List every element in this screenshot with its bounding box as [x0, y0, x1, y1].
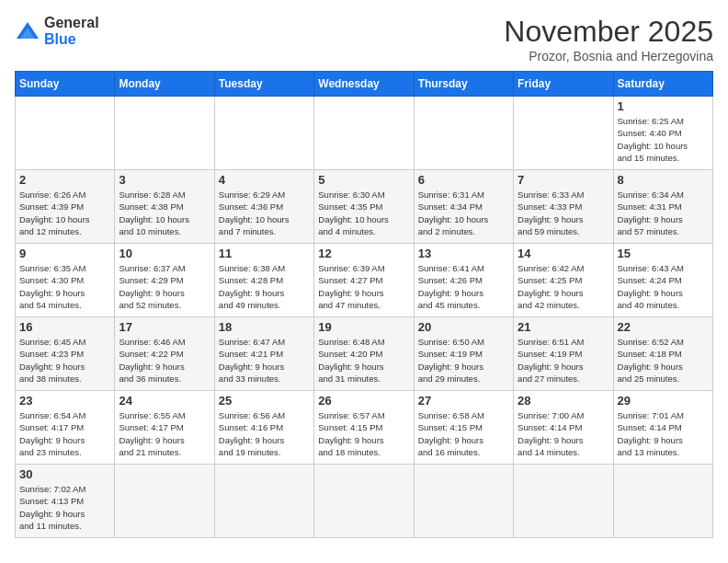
calendar-cell: 26Sunrise: 6:57 AM Sunset: 4:15 PM Dayli…	[314, 391, 414, 465]
day-number: 14	[518, 247, 609, 260]
cell-info: Sunrise: 6:56 AM Sunset: 4:16 PM Dayligh…	[219, 409, 310, 458]
weekday-header-row: SundayMondayTuesdayWednesdayThursdayFrid…	[16, 72, 713, 97]
day-number: 10	[119, 247, 210, 260]
cell-info: Sunrise: 6:39 AM Sunset: 4:27 PM Dayligh…	[318, 262, 409, 311]
calendar-cell	[613, 465, 712, 538]
day-number: 4	[219, 173, 310, 187]
day-number: 25	[219, 394, 310, 408]
day-number: 20	[418, 320, 509, 334]
day-number: 3	[119, 173, 210, 187]
day-number: 18	[219, 320, 310, 334]
cell-info: Sunrise: 6:52 AM Sunset: 4:18 PM Dayligh…	[618, 336, 709, 385]
day-number: 23	[19, 394, 110, 408]
day-number: 30	[19, 467, 110, 481]
calendar-cell	[214, 465, 313, 538]
logo-text: General Blue	[44, 15, 99, 48]
calendar-cell	[115, 465, 214, 538]
calendar-cell	[514, 97, 613, 170]
day-number: 28	[518, 394, 609, 408]
cell-info: Sunrise: 6:51 AM Sunset: 4:19 PM Dayligh…	[518, 336, 609, 385]
weekday-header: Thursday	[414, 72, 513, 97]
cell-info: Sunrise: 6:28 AM Sunset: 4:38 PM Dayligh…	[119, 189, 210, 237]
day-number: 1	[618, 99, 709, 113]
cell-info: Sunrise: 6:57 AM Sunset: 4:15 PM Dayligh…	[318, 409, 409, 458]
calendar-cell: 7Sunrise: 6:33 AM Sunset: 4:33 PM Daylig…	[514, 170, 613, 244]
calendar-cell: 19Sunrise: 6:48 AM Sunset: 4:20 PM Dayli…	[314, 317, 414, 391]
day-number: 2	[19, 173, 110, 187]
calendar-cell: 29Sunrise: 7:01 AM Sunset: 4:14 PM Dayli…	[613, 391, 712, 465]
calendar-cell: 22Sunrise: 6:52 AM Sunset: 4:18 PM Dayli…	[613, 317, 712, 391]
cell-info: Sunrise: 6:37 AM Sunset: 4:29 PM Dayligh…	[119, 262, 210, 311]
calendar-cell: 25Sunrise: 6:56 AM Sunset: 4:16 PM Dayli…	[214, 391, 313, 465]
calendar-week-row: 16Sunrise: 6:45 AM Sunset: 4:23 PM Dayli…	[16, 317, 713, 391]
weekday-header: Tuesday	[214, 72, 313, 97]
calendar-cell	[16, 97, 115, 170]
day-number: 21	[518, 320, 609, 334]
cell-info: Sunrise: 6:48 AM Sunset: 4:20 PM Dayligh…	[318, 336, 409, 385]
calendar-cell	[414, 465, 513, 538]
location-subtitle: Prozor, Bosnia and Herzegovina	[504, 49, 713, 63]
calendar-cell: 15Sunrise: 6:43 AM Sunset: 4:24 PM Dayli…	[613, 244, 712, 317]
cell-info: Sunrise: 6:41 AM Sunset: 4:26 PM Dayligh…	[418, 262, 509, 311]
cell-info: Sunrise: 6:42 AM Sunset: 4:25 PM Dayligh…	[518, 262, 609, 311]
cell-info: Sunrise: 6:47 AM Sunset: 4:21 PM Dayligh…	[219, 336, 310, 385]
cell-info: Sunrise: 6:33 AM Sunset: 4:33 PM Dayligh…	[518, 189, 609, 237]
cell-info: Sunrise: 6:55 AM Sunset: 4:17 PM Dayligh…	[119, 409, 210, 458]
calendar-week-row: 2Sunrise: 6:26 AM Sunset: 4:39 PM Daylig…	[16, 170, 713, 244]
day-number: 9	[19, 247, 110, 260]
cell-info: Sunrise: 6:25 AM Sunset: 4:40 PM Dayligh…	[618, 115, 709, 164]
calendar-cell	[314, 465, 414, 538]
day-number: 5	[318, 173, 409, 187]
calendar-cell: 10Sunrise: 6:37 AM Sunset: 4:29 PM Dayli…	[115, 244, 214, 317]
calendar-cell	[115, 97, 214, 170]
day-number: 6	[418, 173, 509, 187]
page-header: General Blue November 2025 Prozor, Bosni…	[15, 15, 713, 63]
cell-info: Sunrise: 6:54 AM Sunset: 4:17 PM Dayligh…	[19, 409, 110, 458]
cell-info: Sunrise: 6:30 AM Sunset: 4:35 PM Dayligh…	[318, 189, 409, 237]
cell-info: Sunrise: 6:34 AM Sunset: 4:31 PM Dayligh…	[618, 189, 709, 237]
calendar-cell: 9Sunrise: 6:35 AM Sunset: 4:30 PM Daylig…	[16, 244, 115, 317]
calendar-week-row: 9Sunrise: 6:35 AM Sunset: 4:30 PM Daylig…	[16, 244, 713, 317]
day-number: 29	[618, 394, 709, 408]
calendar-cell: 13Sunrise: 6:41 AM Sunset: 4:26 PM Dayli…	[414, 244, 513, 317]
calendar-cell: 30Sunrise: 7:02 AM Sunset: 4:13 PM Dayli…	[16, 465, 115, 538]
calendar-table: SundayMondayTuesdayWednesdayThursdayFrid…	[15, 71, 713, 538]
day-number: 12	[318, 247, 409, 260]
calendar-week-row: 23Sunrise: 6:54 AM Sunset: 4:17 PM Dayli…	[16, 391, 713, 465]
cell-info: Sunrise: 6:45 AM Sunset: 4:23 PM Dayligh…	[19, 336, 110, 385]
calendar-cell: 27Sunrise: 6:58 AM Sunset: 4:15 PM Dayli…	[414, 391, 513, 465]
calendar-cell: 12Sunrise: 6:39 AM Sunset: 4:27 PM Dayli…	[314, 244, 414, 317]
day-number: 16	[19, 320, 110, 334]
day-number: 22	[618, 320, 709, 334]
calendar-cell: 28Sunrise: 7:00 AM Sunset: 4:14 PM Dayli…	[514, 391, 613, 465]
calendar-week-row: 30Sunrise: 7:02 AM Sunset: 4:13 PM Dayli…	[16, 465, 713, 538]
cell-info: Sunrise: 6:38 AM Sunset: 4:28 PM Dayligh…	[219, 262, 310, 311]
calendar-cell: 2Sunrise: 6:26 AM Sunset: 4:39 PM Daylig…	[16, 170, 115, 244]
day-number: 11	[219, 247, 310, 260]
day-number: 26	[318, 394, 409, 408]
calendar-cell: 5Sunrise: 6:30 AM Sunset: 4:35 PM Daylig…	[314, 170, 414, 244]
calendar-cell: 23Sunrise: 6:54 AM Sunset: 4:17 PM Dayli…	[16, 391, 115, 465]
calendar-cell	[514, 465, 613, 538]
day-number: 19	[318, 320, 409, 334]
day-number: 7	[518, 173, 609, 187]
calendar-cell: 11Sunrise: 6:38 AM Sunset: 4:28 PM Dayli…	[214, 244, 313, 317]
cell-info: Sunrise: 7:00 AM Sunset: 4:14 PM Dayligh…	[518, 409, 609, 458]
cell-info: Sunrise: 6:26 AM Sunset: 4:39 PM Dayligh…	[19, 189, 110, 237]
calendar-cell	[414, 97, 513, 170]
weekday-header: Monday	[115, 72, 214, 97]
calendar-cell: 20Sunrise: 6:50 AM Sunset: 4:19 PM Dayli…	[414, 317, 513, 391]
day-number: 17	[119, 320, 210, 334]
calendar-cell: 17Sunrise: 6:46 AM Sunset: 4:22 PM Dayli…	[115, 317, 214, 391]
day-number: 27	[418, 394, 509, 408]
weekday-header: Friday	[514, 72, 613, 97]
calendar-cell: 18Sunrise: 6:47 AM Sunset: 4:21 PM Dayli…	[214, 317, 313, 391]
weekday-header: Wednesday	[314, 72, 414, 97]
calendar-cell: 1Sunrise: 6:25 AM Sunset: 4:40 PM Daylig…	[613, 97, 712, 170]
cell-info: Sunrise: 6:50 AM Sunset: 4:19 PM Dayligh…	[418, 336, 509, 385]
cell-info: Sunrise: 7:01 AM Sunset: 4:14 PM Dayligh…	[618, 409, 709, 458]
cell-info: Sunrise: 6:29 AM Sunset: 4:36 PM Dayligh…	[219, 189, 310, 237]
title-block: November 2025 Prozor, Bosnia and Herzego…	[504, 15, 713, 63]
calendar-cell	[214, 97, 313, 170]
day-number: 8	[618, 173, 709, 187]
